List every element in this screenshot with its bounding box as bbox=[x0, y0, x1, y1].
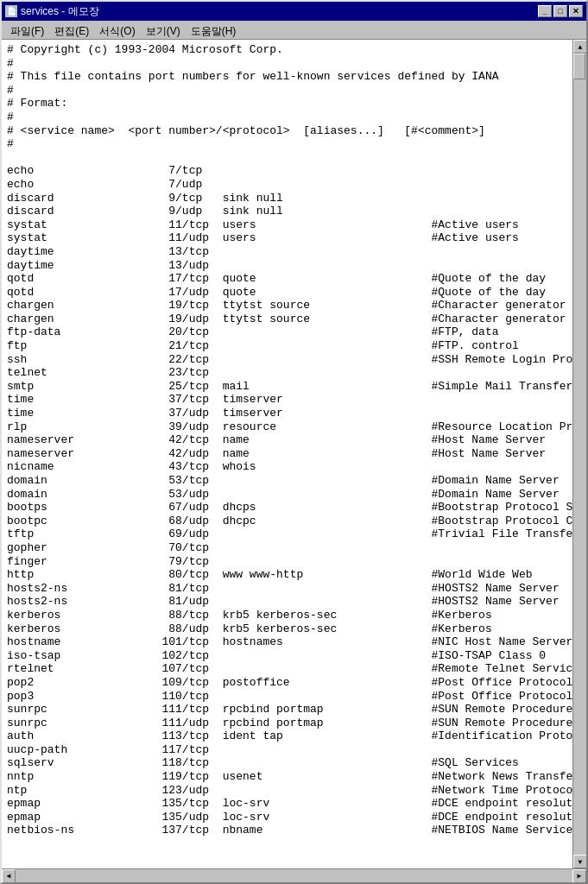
window-title: services - 메모장 bbox=[21, 4, 99, 19]
menu-edit[interactable]: 편집(E) bbox=[49, 22, 94, 37]
titlebar: 📄 services - 메모장 _ □ ✕ bbox=[2, 2, 586, 21]
scroll-down-button[interactable]: ▼ bbox=[573, 855, 586, 868]
menu-format[interactable]: 서식(O) bbox=[94, 22, 140, 37]
close-button[interactable]: ✕ bbox=[569, 5, 583, 17]
scroll-thumb[interactable] bbox=[573, 54, 585, 79]
vertical-scrollbar[interactable]: ▲ ▼ bbox=[572, 40, 586, 868]
maximize-button[interactable]: □ bbox=[553, 5, 567, 17]
app-icon: 📄 bbox=[5, 5, 17, 17]
scroll-right-button[interactable]: ▶ bbox=[572, 869, 586, 883]
horizontal-scrollbar[interactable]: ◀ ▶ bbox=[2, 868, 586, 882]
menu-file[interactable]: 파일(F) bbox=[5, 22, 49, 37]
content-area: # Copyright (c) 1993-2004 Microsoft Corp… bbox=[2, 40, 586, 868]
menu-help[interactable]: 도움말(H) bbox=[186, 22, 242, 37]
text-editor[interactable]: # Copyright (c) 1993-2004 Microsoft Corp… bbox=[2, 40, 572, 868]
titlebar-left: 📄 services - 메모장 bbox=[5, 4, 99, 19]
main-window: 📄 services - 메모장 _ □ ✕ 파일(F) 편집(E) 서식(O)… bbox=[0, 0, 588, 884]
scroll-left-button[interactable]: ◀ bbox=[2, 869, 16, 883]
titlebar-buttons: _ □ ✕ bbox=[538, 5, 583, 17]
minimize-button[interactable]: _ bbox=[538, 5, 552, 17]
scroll-up-button[interactable]: ▲ bbox=[573, 40, 586, 54]
menu-view[interactable]: 보기(V) bbox=[141, 22, 186, 37]
menubar: 파일(F) 편집(E) 서식(O) 보기(V) 도움말(H) bbox=[2, 21, 586, 40]
scroll-track[interactable] bbox=[573, 54, 586, 855]
